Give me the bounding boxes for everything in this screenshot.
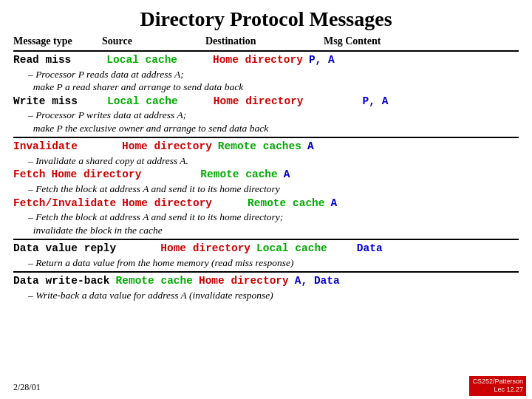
data-write-back-desc1: – Write-back a data value for address A … bbox=[13, 289, 519, 302]
data-write-back-dest: Home directory bbox=[199, 274, 289, 289]
data-write-back-source: Remote cache bbox=[116, 274, 193, 289]
page: Directory Protocol Messages Message type… bbox=[0, 0, 532, 399]
section-data-write-back: Data write-back Remote cache Home direct… bbox=[13, 274, 519, 301]
fetch-msg: A bbox=[284, 168, 290, 183]
read-miss-label: Read miss bbox=[13, 53, 71, 68]
divider-mid3 bbox=[13, 271, 519, 273]
invalidate-label: Invalidate bbox=[13, 140, 78, 154]
read-miss-dest: Home directory bbox=[213, 53, 303, 68]
table-header: Message type Source Destination Msg Cont… bbox=[13, 35, 519, 47]
read-miss-desc2: make P a read sharer and arrange to send… bbox=[13, 81, 519, 94]
fetch-invalidate-label: Fetch/Invalidate bbox=[13, 197, 116, 211]
data-write-back-label: Data write-back bbox=[13, 274, 110, 289]
data-value-reply-msg: Data bbox=[357, 242, 383, 256]
divider-mid2 bbox=[13, 239, 519, 240]
invalidate-desc1: – Invalidate a shared copy at address A. bbox=[13, 154, 519, 168]
read-miss-line: Read miss Local cache Home directory P, … bbox=[13, 53, 519, 68]
fetch-desc1: – Fetch the block at address A and send … bbox=[13, 183, 519, 196]
data-value-reply-desc1: – Return a data value from the home memo… bbox=[13, 256, 519, 270]
write-miss-line: Write miss Local cache Home directory P,… bbox=[13, 95, 519, 109]
write-miss-label: Write miss bbox=[13, 95, 78, 109]
write-miss-desc2: make P the exclusive owner and arrange t… bbox=[13, 122, 519, 135]
section-read-miss: Read miss Local cache Home directory P, … bbox=[13, 53, 519, 94]
data-value-reply-source: Home directory bbox=[160, 242, 250, 256]
fetch-invalidate-desc2: invalidate the block in the cache bbox=[13, 224, 519, 237]
fetch-invalidate-source: Home directory bbox=[122, 197, 212, 211]
invalidate-line: Invalidate Home directory Remote caches … bbox=[13, 140, 519, 154]
read-miss-source: Local cache bbox=[106, 53, 177, 68]
data-write-back-msg: A, Data bbox=[295, 274, 340, 289]
invalidate-source: Home directory bbox=[122, 140, 212, 154]
data-value-reply-line: Data value reply Home directory Local ca… bbox=[13, 242, 519, 256]
footer-lec: Lec 12.27 bbox=[472, 386, 523, 395]
fetch-invalidate-dest: Remote cache bbox=[248, 197, 324, 211]
header-source: Source bbox=[102, 35, 205, 47]
section-data-value-reply: Data value reply Home directory Local ca… bbox=[13, 242, 519, 269]
data-write-back-line: Data write-back Remote cache Home direct… bbox=[13, 274, 519, 289]
section-fetch: Fetch Home directory Remote cache A – Fe… bbox=[13, 168, 519, 195]
invalidate-dest: Remote caches bbox=[218, 140, 301, 154]
header-type: Message type bbox=[13, 35, 102, 47]
section-invalidate: Invalidate Home directory Remote caches … bbox=[13, 140, 519, 167]
data-value-reply-label: Data value reply bbox=[13, 242, 116, 256]
fetch-dest: Remote cache bbox=[200, 168, 277, 183]
footer-date: 2/28/01 bbox=[13, 382, 41, 393]
section-fetch-invalidate: Fetch/Invalidate Home directory Remote c… bbox=[13, 197, 519, 237]
footer-badge: CS252/Patterson Lec 12.27 bbox=[469, 376, 526, 396]
divider-top bbox=[13, 50, 519, 52]
read-miss-desc1: – Processor P reads data at address A; bbox=[13, 68, 519, 81]
fetch-invalidate-desc1: – Fetch the block at address A and send … bbox=[13, 211, 519, 224]
data-value-reply-dest: Local cache bbox=[256, 242, 327, 256]
write-miss-desc1: – Processor P writes data at address A; bbox=[13, 109, 519, 122]
fetch-invalidate-msg: A bbox=[330, 197, 337, 211]
fetch-source: Home directory bbox=[52, 168, 142, 183]
write-miss-source: Local cache bbox=[107, 95, 178, 109]
footer-course: CS252/Patterson bbox=[472, 378, 523, 386]
invalidate-msg: A bbox=[307, 140, 314, 154]
page-title: Directory Protocol Messages bbox=[13, 7, 519, 31]
fetch-line: Fetch Home directory Remote cache A bbox=[13, 168, 519, 183]
read-miss-msg: P, A bbox=[309, 53, 335, 68]
fetch-invalidate-line: Fetch/Invalidate Home directory Remote c… bbox=[13, 197, 519, 211]
header-dest: Destination bbox=[205, 35, 324, 47]
write-miss-dest: Home directory bbox=[214, 95, 304, 109]
divider-mid1 bbox=[13, 137, 519, 138]
header-msg: Msg Content bbox=[324, 35, 519, 47]
write-miss-msg: P, A bbox=[363, 95, 389, 109]
section-write-miss: Write miss Local cache Home directory P,… bbox=[13, 95, 519, 135]
fetch-label: Fetch bbox=[13, 168, 46, 183]
